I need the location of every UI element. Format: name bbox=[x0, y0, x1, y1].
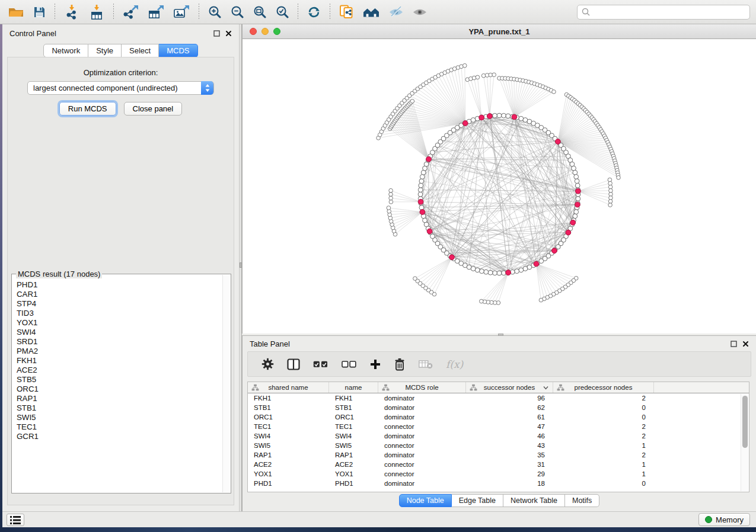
export-table-button[interactable] bbox=[145, 4, 167, 20]
tab-network-table[interactable]: Network Table bbox=[503, 494, 565, 507]
show-all-button[interactable] bbox=[410, 6, 430, 18]
column-header-MCDS-role[interactable]: MCDS role bbox=[378, 382, 466, 393]
sitemap-icon bbox=[382, 384, 390, 392]
first-neighbors-button[interactable] bbox=[360, 5, 382, 19]
table-scrollbar[interactable] bbox=[741, 394, 748, 491]
export-network-button[interactable] bbox=[120, 4, 142, 20]
mcds-result-item[interactable]: STB5 bbox=[17, 375, 222, 384]
search-input[interactable] bbox=[577, 5, 750, 20]
table-row[interactable]: ACE2ACE2connector311 bbox=[248, 460, 749, 469]
add-button[interactable] bbox=[369, 358, 382, 371]
mcds-result-item[interactable]: TEC1 bbox=[17, 422, 222, 432]
network-window-titlebar[interactable]: YPA_prune.txt_1 bbox=[243, 24, 756, 39]
mcds-result-item[interactable]: SWI4 bbox=[17, 328, 222, 337]
network-canvas[interactable] bbox=[243, 39, 756, 334]
table-row[interactable]: PHD1PHD1dominator180 bbox=[248, 479, 749, 488]
column-layout-icon bbox=[287, 358, 300, 370]
mcds-result-item[interactable]: FKH1 bbox=[17, 356, 222, 366]
cell-successor-nodes: 46 bbox=[466, 432, 553, 440]
tab-edge-table[interactable]: Edge Table bbox=[452, 494, 503, 507]
control-panel-title: Control Panel bbox=[9, 29, 56, 38]
add-icon bbox=[370, 359, 381, 370]
table-row[interactable]: FKH1FKH1dominator962 bbox=[248, 393, 749, 403]
mcds-result-group: MCDS result (17 nodes) PHD1CAR1STP4TID3Y… bbox=[11, 274, 231, 493]
task-history-button[interactable] bbox=[7, 514, 24, 526]
zoom-out-button[interactable] bbox=[228, 4, 247, 20]
mcds-result-item[interactable]: YOX1 bbox=[17, 318, 222, 328]
mcds-result-item[interactable]: ORC1 bbox=[17, 384, 222, 394]
save-button[interactable] bbox=[30, 5, 49, 20]
network-graph[interactable] bbox=[243, 39, 756, 334]
mcds-result-item[interactable]: SWI5 bbox=[17, 413, 222, 422]
table-row[interactable]: YOX1YOX1connector291 bbox=[248, 469, 749, 479]
mcds-result-item[interactable]: STP4 bbox=[17, 299, 222, 309]
mcds-result-item[interactable]: TID3 bbox=[17, 309, 222, 318]
memory-status-icon bbox=[705, 516, 712, 523]
zoom-fit-button[interactable] bbox=[250, 4, 269, 20]
checked-boxes-button[interactable] bbox=[312, 360, 330, 369]
mcds-result-item[interactable]: PHD1 bbox=[17, 280, 222, 290]
close-panel-button[interactable]: Close panel bbox=[124, 102, 183, 116]
copy-network-button[interactable] bbox=[336, 4, 356, 20]
mcds-result-item[interactable]: STB1 bbox=[17, 403, 222, 413]
tab-network[interactable]: Network bbox=[43, 44, 88, 57]
unchecked-boxes-button[interactable] bbox=[340, 360, 358, 369]
column-header-name[interactable]: name bbox=[329, 382, 378, 393]
first-neighbors-icon bbox=[363, 7, 379, 18]
unchecked-boxes-icon bbox=[342, 361, 357, 368]
tab-node-table[interactable]: Node Table bbox=[399, 494, 452, 507]
mcds-result-item[interactable]: PMA2 bbox=[17, 347, 222, 356]
cell-shared-name: FKH1 bbox=[248, 395, 329, 402]
mcds-result-item[interactable]: GCR1 bbox=[17, 432, 222, 441]
close-table-panel-icon[interactable] bbox=[742, 341, 749, 347]
chevron-down-icon[interactable] bbox=[543, 386, 548, 390]
table-row[interactable]: ORC1ORC1dominator610 bbox=[248, 412, 749, 422]
zoom-selected-icon bbox=[276, 5, 289, 18]
mcds-result-item[interactable]: SRD1 bbox=[17, 337, 222, 347]
zoom-in-button[interactable] bbox=[205, 4, 224, 20]
gear-icon bbox=[261, 358, 274, 370]
memory-button[interactable]: Memory bbox=[698, 513, 750, 526]
cell-name: STB1 bbox=[329, 404, 378, 411]
tab-select[interactable]: Select bbox=[122, 44, 159, 57]
column-header-predecessor-nodes[interactable]: predecessor nodes bbox=[553, 382, 654, 393]
table-scrollbar-thumb[interactable] bbox=[742, 396, 748, 448]
column-header-shared-name[interactable]: shared name bbox=[248, 382, 329, 393]
import-network-button[interactable] bbox=[61, 4, 82, 21]
run-mcds-button[interactable]: Run MCDS bbox=[59, 102, 116, 116]
gear-button[interactable] bbox=[260, 357, 275, 371]
cell-MCDS-role: dominator bbox=[378, 480, 466, 487]
tab-style[interactable]: Style bbox=[88, 44, 122, 57]
float-panel-icon[interactable] bbox=[213, 30, 220, 37]
mcds-result-item[interactable]: CAR1 bbox=[17, 290, 222, 299]
column-header-successor-nodes[interactable]: successor nodes bbox=[466, 382, 553, 393]
node-table-header: shared namenameMCDS rolesuccessor nodesp… bbox=[248, 382, 749, 393]
column-layout-button[interactable] bbox=[286, 357, 301, 371]
tab-motifs[interactable]: Motifs bbox=[565, 494, 599, 507]
cell-shared-name: YOX1 bbox=[248, 470, 329, 477]
mcds-result-scrollbar[interactable] bbox=[222, 275, 230, 492]
import-table-button[interactable] bbox=[86, 4, 107, 21]
export-image-button[interactable] bbox=[171, 4, 193, 20]
float-table-panel-icon[interactable] bbox=[731, 341, 737, 347]
refresh-button[interactable] bbox=[304, 4, 324, 20]
close-panel-icon[interactable] bbox=[225, 30, 232, 37]
mcds-result-item[interactable]: ACE2 bbox=[17, 366, 222, 375]
table-row[interactable]: TEC1TEC1connector472 bbox=[248, 422, 749, 431]
mcds-result-list[interactable]: PHD1CAR1STP4TID3YOX1SWI4SRD1PMA2FKH1ACE2… bbox=[12, 275, 222, 492]
horizontal-splitter-grip[interactable] bbox=[498, 334, 503, 336]
optimization-criterion-dropdown[interactable]: largest connected component (undirected) bbox=[27, 81, 214, 95]
table-row[interactable]: RAP1RAP1dominator352 bbox=[248, 450, 749, 460]
table-row[interactable]: SWI4SWI4dominator462 bbox=[248, 431, 749, 441]
trash-button[interactable] bbox=[393, 357, 407, 372]
tab-mcds[interactable]: MCDS bbox=[159, 44, 197, 57]
table-row[interactable]: SWI5SWI5connector431 bbox=[248, 441, 749, 450]
node-table[interactable]: shared namenameMCDS rolesuccessor nodesp… bbox=[247, 382, 749, 492]
zoom-selected-button[interactable] bbox=[273, 4, 292, 20]
main-toolbar bbox=[0, 0, 756, 24]
open-folder-button[interactable] bbox=[5, 5, 27, 19]
table-row[interactable]: STB1STB1dominator620 bbox=[248, 403, 749, 412]
hide-selected-button[interactable] bbox=[386, 5, 406, 18]
cell-name: SWI4 bbox=[329, 432, 378, 440]
mcds-result-item[interactable]: RAP1 bbox=[17, 394, 222, 403]
